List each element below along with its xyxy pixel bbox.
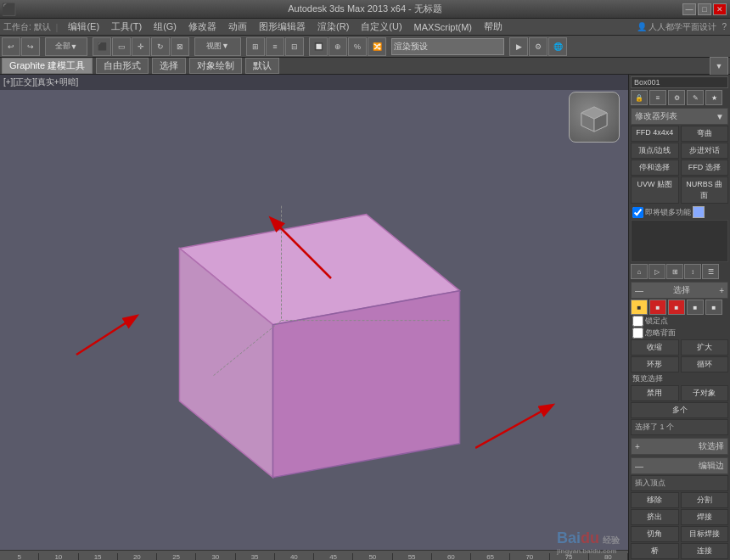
extrude-button[interactable]: 挤出 bbox=[631, 509, 679, 525]
ffd-button[interactable]: FFD 4x4x4 bbox=[631, 126, 679, 142]
undo-button[interactable]: ↩ bbox=[2, 37, 20, 56]
bridge-button[interactable]: 桥 bbox=[631, 543, 679, 559]
reference-coord[interactable]: 视图▼ bbox=[194, 37, 241, 56]
panel-icon1[interactable]: 🔒 bbox=[631, 90, 648, 105]
select-filter[interactable]: 全部▼ bbox=[45, 37, 87, 56]
spinner-snap[interactable]: 🔀 bbox=[368, 37, 386, 56]
selection-tab[interactable]: 选择 bbox=[152, 58, 186, 74]
multi-poly-checkbox[interactable] bbox=[632, 207, 643, 218]
ring-button[interactable]: 环形 bbox=[631, 356, 679, 372]
freeform-tab[interactable]: 自由形式 bbox=[96, 58, 149, 74]
panel-icon5[interactable]: ★ bbox=[705, 90, 722, 105]
redo-button[interactable]: ↪ bbox=[21, 37, 40, 56]
weld-button[interactable]: 焊接 bbox=[681, 509, 729, 525]
disabled-button[interactable]: 禁用 bbox=[631, 385, 679, 401]
default-tab[interactable]: 默认 bbox=[245, 58, 279, 74]
shrink-button[interactable]: 收缩 bbox=[631, 339, 679, 356]
vertex-edge-button[interactable]: 顶点/边线 bbox=[631, 143, 679, 159]
user-account[interactable]: 👤 人人都学平面设计 bbox=[637, 21, 717, 33]
menu-animation[interactable]: 动画 bbox=[223, 20, 252, 34]
tool-btn5[interactable]: ☰ bbox=[702, 264, 719, 279]
grid-tick: 35 bbox=[236, 553, 275, 560]
menu-group[interactable]: 组(G) bbox=[149, 20, 182, 34]
element-icon[interactable]: ■ bbox=[705, 300, 722, 315]
chamfer-button[interactable]: 切角 bbox=[631, 526, 679, 542]
close-button[interactable]: ✕ bbox=[713, 3, 727, 15]
render-button[interactable]: ▶ bbox=[509, 37, 528, 56]
edge-icon[interactable]: ■ bbox=[668, 300, 685, 315]
multi-step-button[interactable]: 步进对话 bbox=[681, 143, 729, 159]
to-object-button[interactable]: 子对象 bbox=[681, 385, 729, 401]
menu-modifier[interactable]: 修改器 bbox=[183, 20, 222, 34]
insert-vertex-item[interactable]: 插入顶点 bbox=[631, 475, 728, 491]
nurbs-button[interactable]: NURBS 曲面 bbox=[681, 176, 729, 204]
panel-icon4[interactable]: ✎ bbox=[687, 90, 704, 105]
multi-poly-check-row: 即将锁多功能 bbox=[632, 206, 727, 218]
move-tool[interactable]: ✛ bbox=[132, 37, 150, 56]
menu-tools[interactable]: 工具(T) bbox=[106, 20, 147, 34]
tool-btn4[interactable]: ↕ bbox=[684, 264, 701, 279]
bridge-connect-row: 桥 连接 bbox=[631, 543, 728, 559]
soften-button[interactable]: 停和选择 bbox=[631, 160, 679, 176]
curve-button[interactable]: 弯曲 bbox=[681, 126, 729, 142]
preview-row: 预览选择 bbox=[632, 373, 727, 384]
menu-custom[interactable]: 自定义(U) bbox=[356, 20, 407, 34]
soft-select-section: + 软选择 bbox=[631, 438, 728, 455]
grid-tick: 40 bbox=[275, 553, 314, 560]
ffd-select-button[interactable]: FFD 选择 bbox=[681, 160, 729, 176]
maximize-button[interactable]: □ bbox=[698, 3, 711, 15]
render-preset[interactable] bbox=[391, 38, 504, 55]
layer-tool[interactable]: ⊟ bbox=[285, 37, 304, 56]
grid-tick: 25 bbox=[157, 553, 196, 560]
scale-tool[interactable]: ⊠ bbox=[171, 37, 189, 56]
tool-btn1[interactable]: ⌂ bbox=[631, 264, 648, 279]
connect-button[interactable]: 连接 bbox=[681, 543, 729, 559]
menu-render[interactable]: 渲染(R) bbox=[312, 20, 354, 34]
select-tool[interactable]: ⬛ bbox=[93, 37, 111, 56]
angle-snap[interactable]: ⊕ bbox=[328, 37, 347, 56]
multi-button[interactable]: 多个 bbox=[631, 402, 728, 418]
grid-tick: 55 bbox=[393, 553, 432, 560]
mirror-tool[interactable]: ⊞ bbox=[246, 37, 265, 56]
face-icon[interactable]: ■ bbox=[649, 300, 666, 315]
menu-help[interactable]: 帮助 bbox=[479, 20, 508, 34]
snap-toggle[interactable]: 🔲 bbox=[309, 37, 328, 56]
ignore-back-row: 忽略背面 bbox=[632, 328, 727, 339]
settings-toggle[interactable]: ▼ bbox=[710, 57, 728, 76]
minimize-button[interactable]: — bbox=[682, 3, 696, 15]
menu-edit[interactable]: 编辑(E) bbox=[63, 20, 104, 34]
tool-btn2[interactable]: ▷ bbox=[649, 264, 665, 279]
extrude-weld-row: 挤出 焊接 bbox=[631, 509, 728, 525]
split-button[interactable]: 分割 bbox=[681, 492, 729, 508]
remove-button[interactable]: 移除 bbox=[631, 492, 679, 508]
vertex-icon[interactable]: ■ bbox=[631, 300, 648, 315]
dropdown-arrow: ▼ bbox=[716, 112, 724, 121]
menu-maxscript[interactable]: MAXScript(M) bbox=[409, 21, 477, 33]
uvw-button[interactable]: UVW 贴图 bbox=[631, 176, 679, 204]
panel-icon3[interactable]: ⚙ bbox=[668, 90, 685, 105]
ignore-back-checkbox[interactable] bbox=[632, 328, 643, 339]
target-weld-button[interactable]: 目标焊接 bbox=[681, 526, 729, 542]
3d-box bbox=[95, 164, 494, 488]
graphite-tools-tab[interactable]: Graphite 建模工具 bbox=[2, 58, 93, 74]
grow-button[interactable]: 扩大 bbox=[681, 339, 729, 356]
panel-icon2[interactable]: ≡ bbox=[649, 90, 666, 105]
poly-icon[interactable]: ■ bbox=[687, 300, 704, 315]
menu-graph-editor[interactable]: 图形编辑器 bbox=[254, 20, 311, 34]
loop-button[interactable]: 循环 bbox=[681, 356, 729, 372]
rotate-tool[interactable]: ↻ bbox=[151, 37, 170, 56]
tool-btn3[interactable]: ⊞ bbox=[666, 264, 683, 279]
select-region[interactable]: ▭ bbox=[112, 37, 131, 56]
viewport[interactable]: [+][正交][真实+明暗] bbox=[0, 75, 628, 560]
render-setup[interactable]: ⚙ bbox=[529, 37, 548, 56]
navigation-cube[interactable] bbox=[569, 92, 620, 143]
env-effects[interactable]: 🌐 bbox=[548, 37, 567, 56]
object-name-input[interactable] bbox=[631, 76, 728, 88]
graphite-toolbar: Graphite 建模工具 自由形式 选择 对象绘制 默认 ▼ bbox=[0, 58, 730, 75]
align-tool[interactable]: ≡ bbox=[266, 37, 284, 56]
lock-checkbox[interactable] bbox=[632, 316, 643, 327]
help-icon[interactable]: ? bbox=[722, 22, 727, 31]
grid-tick: 70 bbox=[510, 553, 549, 560]
object-paint-tab[interactable]: 对象绘制 bbox=[189, 58, 242, 74]
percent-snap[interactable]: % bbox=[348, 37, 367, 56]
